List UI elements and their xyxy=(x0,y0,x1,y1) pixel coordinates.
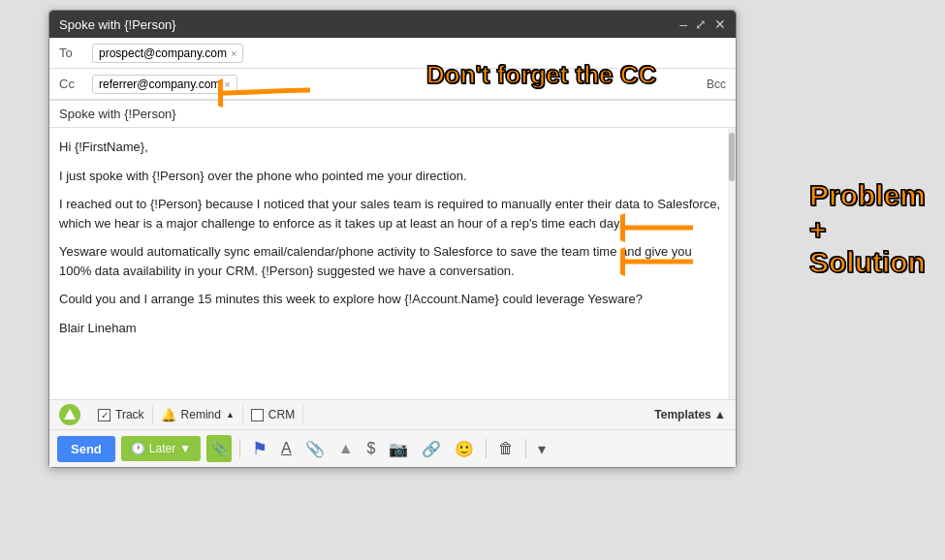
title-bar: Spoke with {!Person} – ⤢ ✕ xyxy=(49,11,736,38)
crm-checkbox[interactable] xyxy=(251,409,264,421)
bcc-link[interactable]: Bcc xyxy=(707,78,726,91)
expand-button[interactable]: ⤢ xyxy=(695,16,707,32)
to-remove-1[interactable]: × xyxy=(231,47,236,59)
later-label: Later xyxy=(149,442,175,455)
scrollbar[interactable] xyxy=(728,128,736,399)
to-chip-1[interactable]: prospect@company.com × xyxy=(92,44,243,63)
emoji-button[interactable]: 🙂 xyxy=(451,440,478,458)
remind-bell-icon: 🔔 xyxy=(161,408,176,422)
cc-email-1: referrer@company.com xyxy=(99,78,220,91)
font-button[interactable]: A xyxy=(277,440,296,457)
body-paragraph-3: Yesware would automatically sync email/c… xyxy=(59,242,726,280)
plus-text: + xyxy=(809,213,926,247)
templates-arrow[interactable]: ▲ xyxy=(714,408,726,421)
to-label: To xyxy=(59,46,86,60)
crm-button[interactable]: CRM xyxy=(243,405,303,424)
more-button[interactable]: ▾ xyxy=(534,440,550,458)
cc-label: Cc xyxy=(59,77,86,91)
ps-annotation: Problem + Solution xyxy=(809,179,926,280)
remind-dropdown-arrow[interactable]: ▲ xyxy=(226,410,235,420)
minimize-button[interactable]: – xyxy=(679,16,687,32)
dollar-button[interactable]: $ xyxy=(363,440,380,457)
email-header: To prospect@company.com × Cc referrer@co… xyxy=(49,38,736,101)
track-checkbox[interactable] xyxy=(98,409,110,421)
body-paragraph-4: Could you and I arrange 15 minutes this … xyxy=(59,290,726,309)
templates-label: Templates xyxy=(654,408,710,421)
separator-1 xyxy=(239,439,240,458)
flag-icon-button[interactable]: ⚑ xyxy=(248,438,271,459)
trash-button[interactable]: 🗑 xyxy=(494,440,518,457)
templates-button[interactable]: Templates ▲ xyxy=(654,408,726,421)
separator-3 xyxy=(525,439,526,458)
body-paragraph-5: Blair Lineham xyxy=(59,319,726,338)
email-body[interactable]: Hi {!FirstName}, I just spoke with {!Per… xyxy=(49,128,736,399)
body-paragraph-2: I reached out to {!Person} because I not… xyxy=(59,195,726,233)
to-email-1: prospect@company.com xyxy=(99,47,227,60)
track-button[interactable]: Track xyxy=(90,405,153,424)
subject-row: Spoke with {!Person} xyxy=(49,101,736,128)
window-title: Spoke with {!Person} xyxy=(59,17,176,32)
later-button[interactable]: 🕐 Later ▼ xyxy=(121,436,201,461)
solution-text: Solution xyxy=(809,246,926,280)
to-field[interactable]: prospect@company.com × xyxy=(92,44,726,63)
later-clock-icon: 🕐 xyxy=(131,442,145,455)
crm-label: CRM xyxy=(268,408,295,421)
cc-row: Cc referrer@company.com × Bcc xyxy=(49,69,736,100)
drive-button[interactable]: ▲ xyxy=(334,440,358,457)
camera-button[interactable]: 📷 xyxy=(385,440,412,458)
remind-label: Remind xyxy=(181,408,221,421)
track-label: Track xyxy=(115,408,144,421)
attach-paperclip-button[interactable]: 📎 xyxy=(206,435,232,462)
yesware-logo xyxy=(59,404,80,425)
to-row: To prospect@company.com × xyxy=(49,38,736,69)
toolbar-track: Track 🔔 Remind ▲ CRM Templates ▲ xyxy=(49,399,736,429)
problem-text: Problem xyxy=(809,179,926,213)
window-controls: – ⤢ ✕ xyxy=(679,16,726,32)
email-compose-window: Spoke with {!Person} – ⤢ ✕ To prospect@c… xyxy=(48,10,737,468)
send-button[interactable]: Send xyxy=(57,436,115,462)
link-button[interactable]: 🔗 xyxy=(418,440,445,458)
paperclip-button[interactable]: 📎 xyxy=(301,440,329,458)
body-paragraph-1: I just spoke with {!Person} over the pho… xyxy=(59,167,726,186)
cc-field[interactable]: referrer@company.com × xyxy=(92,75,707,94)
separator-2 xyxy=(486,439,487,458)
yesware-icon xyxy=(63,408,77,421)
cc-remove-1[interactable]: × xyxy=(224,78,230,90)
subject-text: Spoke with {!Person} xyxy=(59,107,176,121)
toolbar-send: Send 🕐 Later ▼ 📎 ⚑ A 📎 ▲ $ 📷 🔗 🙂 🗑 ▾ xyxy=(49,429,736,467)
scrollbar-thumb[interactable] xyxy=(729,133,735,181)
remind-button[interactable]: 🔔 Remind ▲ xyxy=(153,405,243,425)
later-arrow[interactable]: ▼ xyxy=(179,442,191,455)
body-paragraph-0: Hi {!FirstName}, xyxy=(59,138,726,157)
close-button[interactable]: ✕ xyxy=(714,16,726,32)
cc-chip-1[interactable]: referrer@company.com × xyxy=(92,75,237,94)
